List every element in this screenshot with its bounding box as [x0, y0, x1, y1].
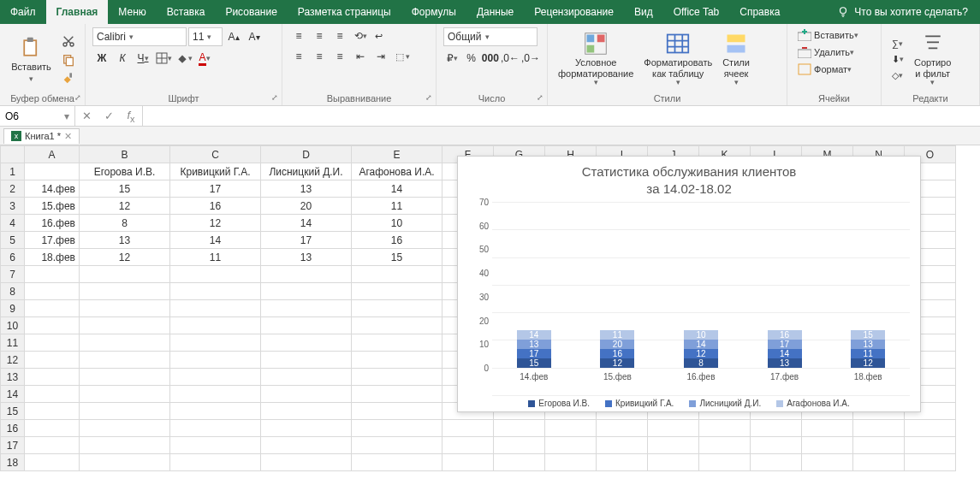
cell-G18[interactable] — [494, 454, 545, 471]
cell-K18[interactable] — [699, 454, 751, 471]
wrap-text-button[interactable]: ↩ — [371, 27, 386, 44]
cell-L17[interactable] — [751, 437, 802, 454]
menu-tab-разметка страницы[interactable]: Разметка страницы — [288, 0, 401, 24]
row-head-5[interactable]: 5 — [1, 232, 25, 249]
cell-C12[interactable] — [170, 352, 261, 369]
cell-C11[interactable] — [170, 334, 261, 352]
cell-B16[interactable] — [80, 420, 170, 437]
menu-tab-меню[interactable]: Меню — [108, 0, 156, 24]
align-center-button[interactable]: ≡ — [310, 48, 329, 65]
bar-18.фев[interactable]: 12111315 — [851, 330, 885, 368]
name-box[interactable]: ▾ — [0, 106, 75, 126]
cut-button[interactable] — [59, 33, 78, 50]
row-head-18[interactable]: 18 — [1, 454, 25, 471]
cell-C13[interactable] — [170, 369, 261, 386]
cell-O18[interactable] — [905, 454, 956, 471]
cell-E3[interactable]: 11 — [352, 198, 442, 215]
cell-E11[interactable] — [352, 334, 442, 352]
cell-styles-button[interactable]: Стили ячеек — [719, 27, 753, 92]
cell-C8[interactable] — [170, 283, 261, 300]
menu-tab-рецензирование[interactable]: Рецензирование — [524, 0, 624, 24]
copy-button[interactable] — [59, 51, 78, 68]
sort-filter-button[interactable]: Сортиро и фильт — [911, 27, 954, 92]
cell-A10[interactable] — [25, 317, 80, 334]
autosum-button[interactable]: ∑ — [888, 37, 907, 50]
cell-B17[interactable] — [80, 437, 170, 454]
cell-B11[interactable] — [80, 334, 170, 352]
cell-B10[interactable] — [80, 317, 170, 334]
menu-tab-справка[interactable]: Справка — [729, 0, 790, 24]
cell-N16[interactable] — [853, 420, 905, 437]
cell-D10[interactable] — [261, 317, 352, 334]
row-head-3[interactable]: 3 — [1, 198, 25, 215]
cell-D12[interactable] — [261, 352, 352, 369]
cell-L18[interactable] — [751, 454, 802, 471]
bold-button[interactable]: Ж — [92, 50, 111, 67]
font-color-button[interactable]: А — [195, 50, 214, 67]
row-head-9[interactable]: 9 — [1, 300, 25, 317]
increase-font-button[interactable]: A▴ — [224, 28, 243, 45]
col-head-A[interactable]: A — [25, 146, 80, 163]
decrease-indent-button[interactable]: ⇤ — [351, 48, 370, 65]
row-head-17[interactable]: 17 — [1, 437, 25, 454]
align-bottom-button[interactable]: ≡ — [330, 27, 349, 44]
paste-button[interactable]: Вставить — [7, 27, 56, 92]
cell-G17[interactable] — [494, 437, 545, 454]
cell-D11[interactable] — [261, 334, 352, 352]
bar-17.фев[interactable]: 13141716 — [768, 330, 802, 368]
cell-E15[interactable] — [352, 403, 442, 420]
menu-tab-вид[interactable]: Вид — [624, 0, 663, 24]
cell-E1[interactable]: Агафонова И.А. — [352, 163, 442, 180]
cell-D14[interactable] — [261, 386, 352, 403]
cell-E8[interactable] — [352, 283, 442, 300]
cell-B12[interactable] — [80, 352, 170, 369]
cell-A16[interactable] — [25, 420, 80, 437]
row-head-4[interactable]: 4 — [1, 215, 25, 232]
cell-D5[interactable]: 17 — [261, 232, 352, 249]
bar-16.фев[interactable]: 8121410 — [684, 330, 718, 368]
tell-me-search[interactable]: Что вы хотите сделать? — [825, 0, 980, 24]
font-launcher[interactable]: ⤢ — [270, 93, 280, 104]
cell-A17[interactable] — [25, 437, 80, 454]
clear-button[interactable]: ◇ — [888, 68, 907, 83]
format-painter-button[interactable] — [59, 70, 78, 87]
cell-D7[interactable] — [261, 266, 352, 283]
cell-D2[interactable]: 13 — [261, 180, 352, 198]
cell-B13[interactable] — [80, 369, 170, 386]
decrease-font-button[interactable]: A▾ — [245, 28, 264, 45]
merge-button[interactable]: ⬚ — [392, 48, 413, 65]
font-name-select[interactable]: Calibri — [92, 27, 187, 46]
cancel-formula-button[interactable]: ✕ — [75, 109, 98, 122]
cell-I16[interactable] — [597, 420, 648, 437]
cell-E2[interactable]: 14 — [352, 180, 442, 198]
cell-C4[interactable]: 12 — [170, 215, 261, 232]
cell-B7[interactable] — [80, 266, 170, 283]
cell-E7[interactable] — [352, 266, 442, 283]
cell-G16[interactable] — [494, 420, 545, 437]
fill-color-button[interactable] — [175, 50, 193, 67]
cell-J16[interactable] — [648, 420, 699, 437]
cell-B9[interactable] — [80, 300, 170, 317]
row-head-8[interactable]: 8 — [1, 283, 25, 300]
formula-input[interactable] — [143, 106, 980, 126]
cell-E9[interactable] — [352, 300, 442, 317]
row-head-11[interactable]: 11 — [1, 334, 25, 352]
row-head-14[interactable]: 14 — [1, 386, 25, 403]
cell-I18[interactable] — [597, 454, 648, 471]
clipboard-launcher[interactable]: ⤢ — [73, 93, 83, 104]
menu-tab-вставка[interactable]: Вставка — [157, 0, 216, 24]
cell-A18[interactable] — [25, 454, 80, 471]
cell-C18[interactable] — [170, 454, 261, 471]
cell-D13[interactable] — [261, 369, 352, 386]
cell-C5[interactable]: 14 — [170, 232, 261, 249]
decrease-decimal-button[interactable]: ,0→ — [521, 50, 540, 67]
cell-A4[interactable]: 16.фев — [25, 215, 80, 232]
close-icon[interactable]: ✕ — [64, 131, 72, 142]
cell-E6[interactable]: 15 — [352, 249, 442, 266]
cell-D18[interactable] — [261, 454, 352, 471]
cell-C10[interactable] — [170, 317, 261, 334]
cell-A13[interactable] — [25, 369, 80, 386]
cell-E16[interactable] — [352, 420, 442, 437]
cell-E18[interactable] — [352, 454, 442, 471]
cell-E5[interactable]: 16 — [352, 232, 442, 249]
